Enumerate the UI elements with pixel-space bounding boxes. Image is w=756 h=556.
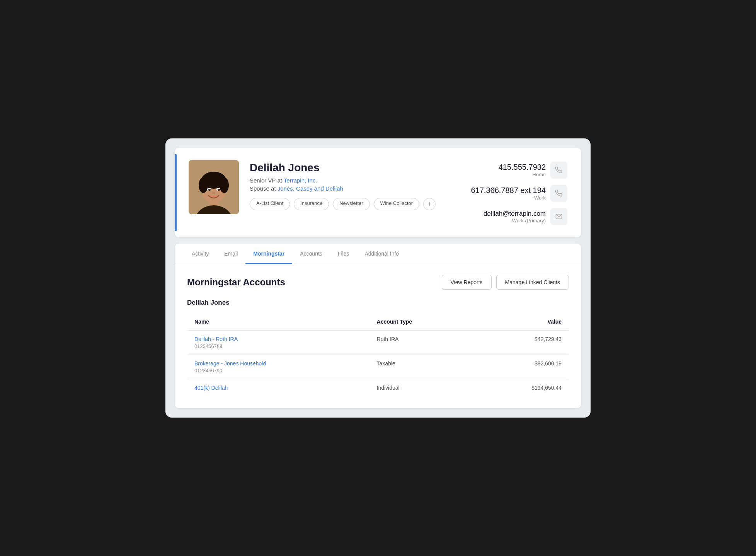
- tab-accounts[interactable]: Accounts: [292, 244, 330, 264]
- account-number: 0123456789: [194, 343, 222, 349]
- svg-point-10: [218, 189, 220, 191]
- tab-section: Activity Email Morningstar Accounts File…: [175, 244, 581, 408]
- client-name-heading: Delilah Jones: [187, 299, 569, 307]
- phone-work-row: 617.366.7887 ext 194 Work: [471, 185, 567, 202]
- main-container: Delilah Jones Senior VP at Terrapin, Inc…: [165, 138, 591, 418]
- manage-linked-clients-button[interactable]: Manage Linked Clients: [496, 275, 569, 290]
- morningstar-title: Morningstar Accounts: [187, 277, 285, 288]
- col-header-name: Name: [187, 313, 370, 331]
- svg-point-6: [220, 177, 229, 193]
- phone-work-button[interactable]: [550, 185, 567, 202]
- accounts-table: Name Account Type Value Delilah - Roth I…: [187, 313, 569, 397]
- profile-name: Delilah Jones: [250, 162, 460, 174]
- profile-spouse: Spouse at Jones, Casey and Delilah: [250, 185, 460, 192]
- tab-files[interactable]: Files: [330, 244, 357, 264]
- tag-insurance[interactable]: Insurance: [294, 198, 329, 210]
- account-type-cell: Taxable: [370, 355, 475, 379]
- email-row: delilah@terrapin.com Work (Primary): [484, 208, 567, 225]
- account-type-cell: Roth IRA: [370, 331, 475, 355]
- table-row: Brokerage - Jones Household0123456790Tax…: [187, 355, 569, 379]
- tab-additional-info[interactable]: Additional Info: [357, 244, 407, 264]
- morningstar-header: Morningstar Accounts View Reports Manage…: [187, 275, 569, 290]
- email-address: delilah@terrapin.com: [484, 210, 546, 218]
- add-tag-button[interactable]: +: [423, 198, 436, 210]
- action-buttons: View Reports Manage Linked Clients: [442, 275, 569, 290]
- phone-home-number: 415.555.7932: [499, 163, 546, 172]
- table-row: Delilah - Roth IRA0123456789Roth IRA$42,…: [187, 331, 569, 355]
- tag-alist[interactable]: A-List Client: [250, 198, 290, 210]
- svg-point-9: [208, 189, 211, 191]
- col-header-type: Account Type: [370, 313, 475, 331]
- view-reports-button[interactable]: View Reports: [442, 275, 492, 290]
- morningstar-content: Morningstar Accounts View Reports Manage…: [175, 264, 581, 408]
- profile-card: Delilah Jones Senior VP at Terrapin, Inc…: [175, 148, 581, 237]
- account-name-link[interactable]: Delilah - Roth IRA: [194, 336, 363, 342]
- email-label: Work (Primary): [484, 218, 546, 223]
- phone-work-number: 617.366.7887 ext 194: [471, 186, 546, 195]
- avatar: [189, 160, 239, 214]
- contact-info: 415.555.7932 Home 617.366.7887 ext 194 W…: [471, 160, 567, 225]
- phone-home-button[interactable]: [550, 162, 567, 179]
- tag-newsletter[interactable]: Newsletter: [333, 198, 369, 210]
- svg-point-5: [199, 177, 208, 193]
- account-value-cell: $82,600.19: [475, 355, 569, 379]
- email-text: delilah@terrapin.com Work (Primary): [484, 210, 546, 223]
- tab-activity[interactable]: Activity: [184, 244, 216, 264]
- account-name-cell: Brokerage - Jones Household0123456790: [187, 355, 370, 379]
- phone-work-label: Work: [471, 195, 546, 201]
- role-title: Senior VP at: [250, 177, 284, 184]
- spouse-label: Spouse at: [250, 185, 278, 192]
- phone-home-row: 415.555.7932 Home: [499, 162, 567, 179]
- tabs-bar: Activity Email Morningstar Accounts File…: [175, 244, 581, 264]
- table-row: 401(k) DelilahIndividual$194,650.44: [187, 379, 569, 397]
- account-value-cell: $194,650.44: [475, 379, 569, 397]
- account-name-link[interactable]: Brokerage - Jones Household: [194, 360, 363, 367]
- profile-info: Delilah Jones Senior VP at Terrapin, Inc…: [250, 160, 460, 210]
- phone-work-text: 617.366.7887 ext 194 Work: [471, 186, 546, 201]
- phone-home-text: 415.555.7932 Home: [499, 163, 546, 177]
- account-number: 0123456790: [194, 368, 222, 374]
- profile-role: Senior VP at Terrapin, Inc.: [250, 177, 460, 184]
- account-name-cell: 401(k) Delilah: [187, 379, 370, 397]
- spouse-link[interactable]: Jones, Casey and Delilah: [278, 185, 343, 192]
- phone-home-label: Home: [499, 172, 546, 177]
- tag-wine[interactable]: Wine Collector: [374, 198, 420, 210]
- tags-row: A-List Client Insurance Newsletter Wine …: [250, 198, 460, 210]
- col-header-value: Value: [475, 313, 569, 331]
- tab-email[interactable]: Email: [216, 244, 245, 264]
- company-link[interactable]: Terrapin, Inc.: [284, 177, 317, 184]
- tab-morningstar[interactable]: Morningstar: [245, 244, 292, 264]
- svg-point-11: [212, 192, 215, 194]
- account-type-cell: Individual: [370, 379, 475, 397]
- account-value-cell: $42,729.43: [475, 331, 569, 355]
- account-name-cell: Delilah - Roth IRA0123456789: [187, 331, 370, 355]
- account-name-link[interactable]: 401(k) Delilah: [194, 385, 363, 391]
- email-button[interactable]: [550, 208, 567, 225]
